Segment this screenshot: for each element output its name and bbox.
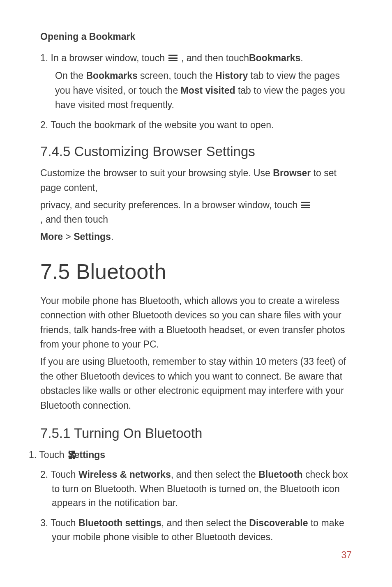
sub1-b2: History: [215, 70, 248, 81]
heading-745: 7.4.5 Customizing Browser Settings: [40, 144, 352, 159]
heading-opening-bookmark: Opening a Bookmark: [40, 31, 352, 42]
list-item-3: 3. Touch Bluetooth settings, and then se…: [40, 516, 352, 544]
li1-t1: 1. Touch: [40, 448, 65, 462]
list-item-2: 2. Touch Wireless & networks, and then s…: [40, 467, 352, 510]
menu-icon: [167, 54, 179, 62]
step1-suffix: .: [300, 51, 303, 64]
p745c-t2: .: [111, 231, 113, 242]
menu-icon: [300, 201, 311, 209]
li1-b1: Settings: [79, 448, 105, 462]
p745c-b1: More: [40, 231, 63, 242]
apps-grid-icon: [68, 450, 77, 459]
para-745a: Customize the browser to suit your brows…: [40, 166, 352, 195]
sub1-t2: screen, touch the: [138, 70, 215, 81]
p745b-t1: privacy, and security preferences. In a …: [40, 198, 297, 213]
li2-t1: 2. Touch: [40, 469, 78, 480]
para-745b: privacy, and security preferences. In a …: [40, 198, 352, 227]
p745b-t2: , and then touch: [40, 212, 108, 227]
step1-mid: , and then touch: [181, 51, 249, 64]
p745a-t1: Customize the browser to suit your brows…: [40, 168, 273, 178]
para-745c: More > Settings.: [40, 230, 352, 244]
li2-b1: Wireless & networks: [78, 469, 171, 480]
step1-prefix: 1. In a browser window, touch: [40, 51, 165, 64]
li3-b1: Bluetooth settings: [78, 518, 161, 528]
page-number: 37: [341, 550, 352, 561]
p745c-b2: Settings: [74, 231, 111, 242]
sub1-b1: Bookmarks: [86, 70, 137, 81]
step-1: 1. In a browser window, touch , and then…: [40, 51, 352, 64]
para-75b: If you are using Bluetooth, remember to …: [40, 355, 352, 413]
li3-t2: , and then select the: [161, 518, 249, 528]
li3-b2: Discoverable: [249, 518, 308, 528]
para-75a: Your mobile phone has Bluetooth, which a…: [40, 294, 352, 352]
p745c-t1: >: [63, 231, 74, 242]
heading-751: 7.5.1 Turning On Bluetooth: [40, 426, 352, 441]
li2-t2: , and then select the: [171, 469, 259, 480]
p745a-b1: Browser: [273, 168, 311, 178]
sub1-b3: Most visited: [181, 85, 235, 96]
step1-bold: Bookmarks: [249, 51, 300, 64]
li3-t1: 3. Touch: [40, 518, 78, 528]
sub1-t1: On the: [55, 70, 86, 81]
list-item-1: 1. Touch > Settings .: [40, 448, 352, 462]
step1-sub: On the Bookmarks screen, touch the Histo…: [55, 69, 352, 113]
heading-75: 7.5 Bluetooth: [40, 259, 352, 284]
li2-b2: Bluetooth: [258, 469, 302, 480]
step-2: 2. Touch the bookmark of the website you…: [40, 118, 352, 131]
